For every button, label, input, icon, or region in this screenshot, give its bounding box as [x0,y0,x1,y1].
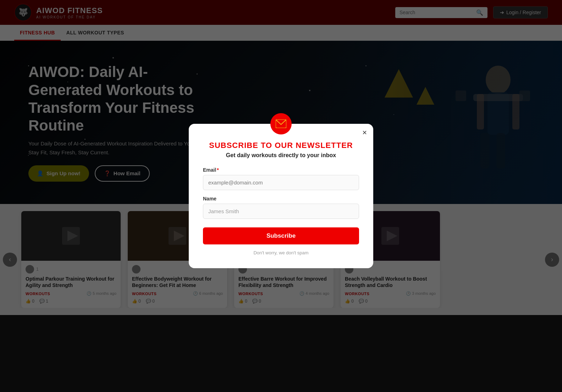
name-form-group: Name [203,196,359,219]
email-label: Email* [203,167,359,173]
subscribe-button[interactable]: Subscribe [203,227,359,244]
newsletter-modal: × SUBSCRIBE TO OUR NEWSLETTER Get daily … [189,124,373,268]
no-spam-text: Don't worry, we don't spam [203,250,359,255]
modal-title: SUBSCRIBE TO OUR NEWSLETTER [203,141,359,150]
modal-backdrop[interactable]: × SUBSCRIBE TO OUR NEWSLETTER Get daily … [0,0,562,392]
modal-email-icon [270,113,292,134]
email-form-group: Email* [203,167,359,190]
required-star: * [217,167,219,173]
email-input[interactable] [203,175,359,190]
name-label: Name [203,196,359,201]
modal-subtitle: Get daily workouts directly to your inbo… [203,152,359,159]
email-icon [276,120,286,128]
name-input[interactable] [203,204,359,219]
modal-close-button[interactable]: × [362,129,367,137]
